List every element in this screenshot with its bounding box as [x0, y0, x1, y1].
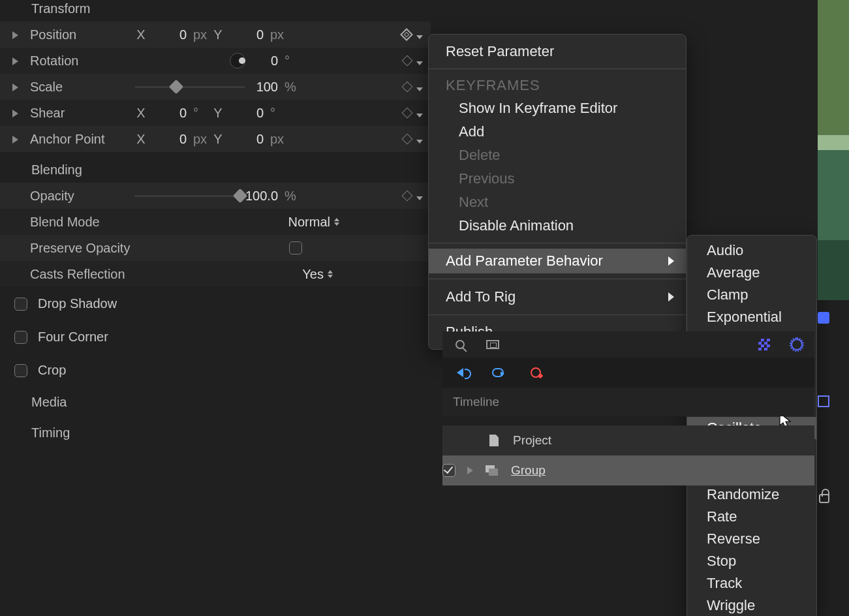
checkbox-checked[interactable]	[442, 464, 455, 477]
submenu-item-randomize[interactable]: Randomize	[687, 484, 816, 506]
keyframe-icon[interactable]	[402, 55, 413, 67]
value[interactable]: 0	[231, 27, 264, 42]
caret-down-icon[interactable]	[416, 54, 423, 69]
checkbox[interactable]	[289, 241, 302, 254]
param-casts-reflection[interactable]: Casts Reflection Yes	[0, 261, 431, 287]
caret-down-icon[interactable]	[416, 132, 423, 147]
param-label: Blend Mode	[30, 215, 134, 230]
search-icon[interactable]	[453, 337, 467, 352]
value[interactable]: 0	[231, 106, 264, 121]
keyframe-icon[interactable]	[400, 28, 413, 41]
caret-down-icon[interactable]	[416, 80, 423, 95]
value[interactable]: 100.0	[245, 189, 278, 204]
keyframe-icon[interactable]	[402, 82, 413, 93]
scale-slider[interactable]	[134, 81, 245, 93]
timeline-group-row[interactable]: Group	[442, 455, 814, 485]
checker-icon[interactable]	[757, 337, 771, 352]
param-label: Position	[30, 27, 134, 42]
check-label: Drop Shadow	[38, 296, 117, 311]
disclosure-icon[interactable]	[0, 132, 30, 147]
menu-add-parameter-behavior[interactable]: Add Parameter Behavior	[429, 249, 686, 273]
frame-icon[interactable]	[486, 337, 500, 352]
menu-delete: Delete	[429, 144, 686, 167]
section-transform: Transform	[0, 0, 431, 22]
param-scale[interactable]: Scale 100%	[0, 74, 431, 100]
menu-add-to-rig[interactable]: Add To Rig	[429, 285, 686, 309]
menu-add[interactable]: Add	[429, 120, 686, 144]
select-value[interactable]: Yes	[302, 267, 324, 282]
menu-show-keyframe-editor[interactable]: Show In Keyframe Editor	[429, 97, 686, 120]
lock-icon[interactable]	[819, 494, 829, 503]
submenu-item-clamp[interactable]: Clamp	[687, 284, 816, 306]
disclosure-icon[interactable]	[0, 27, 30, 42]
disclosure-icon[interactable]	[0, 54, 30, 69]
submenu-item-reverse[interactable]: Reverse	[687, 528, 816, 550]
gear-icon[interactable]	[790, 337, 804, 352]
layers-icon	[485, 463, 499, 478]
timeline-playback	[442, 358, 814, 388]
menu-reset-parameter[interactable]: Reset Parameter	[429, 40, 686, 63]
viewer-preview	[818, 0, 849, 300]
separator	[429, 243, 686, 243]
submenu-item-track[interactable]: Track	[687, 572, 816, 594]
updown-icon[interactable]	[334, 218, 339, 226]
inspector-panel: Transform Position X0px Y0px Rotation 0°…	[0, 0, 431, 448]
value[interactable]: 100	[245, 80, 278, 95]
submenu-item-audio[interactable]: Audio	[687, 239, 816, 262]
value[interactable]: 0	[154, 106, 187, 121]
submenu-item-exponential[interactable]: Exponential	[687, 306, 816, 328]
value[interactable]: 0	[245, 54, 278, 69]
param-timing[interactable]: Timing	[0, 418, 431, 448]
rotation-dial[interactable]	[230, 53, 245, 69]
select-value[interactable]: Normal	[288, 215, 330, 230]
checkbox[interactable]	[14, 364, 27, 377]
keyframe-icon[interactable]	[402, 134, 413, 145]
param-four-corner[interactable]: Four Corner	[0, 320, 431, 354]
submenu-item-wriggle[interactable]: Wriggle	[687, 594, 816, 616]
menu-disable-animation[interactable]: Disable Animation	[429, 214, 686, 238]
submenu-item-average[interactable]: Average	[687, 262, 816, 284]
disclosure-icon[interactable]	[0, 106, 30, 121]
opacity-slider[interactable]	[134, 190, 245, 202]
param-preserve-opacity[interactable]: Preserve Opacity	[0, 235, 431, 261]
loop-icon[interactable]	[491, 365, 505, 380]
checkbox[interactable]	[14, 331, 27, 344]
caret-down-icon[interactable]	[416, 27, 423, 42]
record-icon[interactable]	[529, 365, 543, 380]
disclosure-icon[interactable]	[0, 80, 30, 95]
submenu-item-stop[interactable]: Stop	[687, 550, 816, 572]
keyframe-icon[interactable]	[402, 108, 413, 119]
timeline-project-row[interactable]: Project	[442, 425, 814, 455]
context-menu: Reset Parameter KEYFRAMES Show In Keyfra…	[428, 34, 687, 350]
separator	[429, 69, 686, 69]
param-blend-mode[interactable]: Blend Mode Normal	[0, 209, 431, 235]
updown-icon[interactable]	[328, 270, 333, 278]
param-opacity[interactable]: Opacity 100.0%	[0, 183, 431, 209]
caret-down-icon[interactable]	[416, 189, 423, 204]
value[interactable]: 0	[154, 27, 187, 42]
param-position[interactable]: Position X0px Y0px	[0, 22, 431, 48]
param-rotation[interactable]: Rotation 0°	[0, 48, 431, 74]
menu-header-keyframes: KEYFRAMES	[429, 74, 686, 97]
submenu-item-rate[interactable]: Rate	[687, 506, 816, 528]
param-label: Opacity	[30, 189, 134, 204]
value[interactable]: 0	[154, 132, 187, 147]
disclosure-icon[interactable]	[467, 463, 473, 478]
param-shear[interactable]: Shear X0° Y0°	[0, 100, 431, 126]
menu-next: Next	[429, 191, 686, 214]
sound-icon[interactable]	[453, 365, 467, 380]
param-drop-shadow[interactable]: Drop Shadow	[0, 287, 431, 320]
param-label: Casts Reflection	[30, 267, 200, 282]
chevron-right-icon	[668, 288, 674, 305]
param-label: Shear	[30, 106, 134, 121]
checkbox[interactable]	[14, 298, 27, 311]
caret-down-icon[interactable]	[416, 106, 423, 121]
param-crop[interactable]: Crop	[0, 354, 431, 387]
keyframe-icon[interactable]	[402, 191, 413, 202]
param-media[interactable]: Media	[0, 387, 431, 418]
param-anchor-point[interactable]: Anchor Point X0px Y0px	[0, 126, 431, 152]
menu-previous: Previous	[429, 167, 686, 191]
section-blending: Blending	[0, 161, 431, 183]
value[interactable]: 0	[231, 132, 264, 147]
check-label: Four Corner	[38, 330, 108, 345]
